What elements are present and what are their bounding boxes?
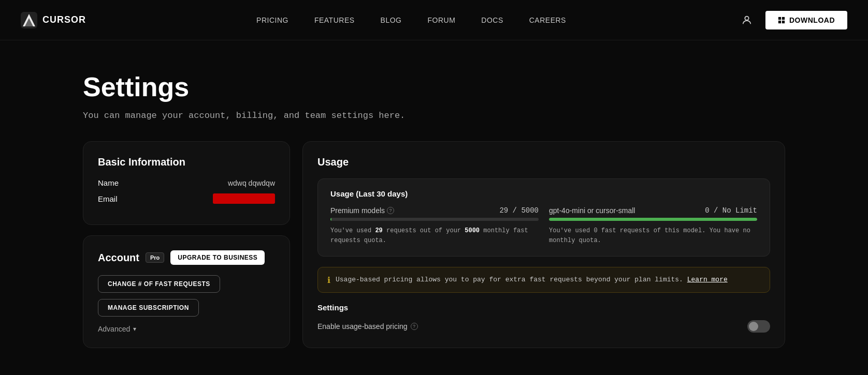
- name-value: wdwq dqwdqw: [228, 179, 275, 187]
- cards-row: Basic Information Name wdwq dqwdqw Email…: [83, 141, 785, 348]
- nav-pricing[interactable]: PRICING: [256, 16, 288, 24]
- nav-features[interactable]: FEATURES: [314, 16, 355, 24]
- svg-point-3: [745, 16, 748, 20]
- gpt-progress-bg: [549, 218, 757, 221]
- advanced-label: Advanced: [98, 325, 130, 333]
- left-panel: Basic Information Name wdwq dqwdqw Email…: [83, 141, 290, 348]
- info-circle-icon: ℹ: [327, 275, 330, 285]
- enable-usage-row: Enable usage-based pricing ?: [317, 320, 770, 333]
- enable-usage-help-icon[interactable]: ?: [411, 323, 418, 330]
- info-banner: ℹ Usage-based pricing allows you to pay …: [317, 267, 770, 293]
- usage-box-title: Usage (Last 30 days): [330, 189, 757, 198]
- usage-title: Usage: [317, 156, 770, 168]
- nav-forum[interactable]: FORUM: [427, 16, 455, 24]
- page-title: Settings: [83, 71, 785, 102]
- email-label: Email: [98, 194, 118, 203]
- usage-grid: Premium models ? 29 / 5000 You've used 2…: [330, 206, 757, 246]
- logo-text: CURSOR: [42, 14, 86, 25]
- nav-links: PRICING FEATURES BLOG FORUM DOCS CAREERS: [256, 16, 566, 24]
- gpt-desc: You've used 0 fast requests of this mode…: [549, 226, 757, 246]
- email-value: ••••••••••••••••••••••: [213, 193, 275, 204]
- usage-panel: Usage Usage (Last 30 days) Premium model…: [302, 141, 785, 348]
- user-icon: [741, 14, 753, 26]
- svg-rect-7: [782, 20, 785, 23]
- name-row: Name wdwq dqwdqw: [98, 178, 275, 187]
- advanced-section[interactable]: Advanced ▾: [98, 325, 275, 333]
- gpt-header: gpt-4o-mini or cursor-small 0 / No Limit: [549, 206, 757, 215]
- user-account-button[interactable]: [736, 10, 757, 31]
- svg-rect-4: [778, 17, 781, 19]
- enable-usage-label: Enable usage-based pricing ?: [317, 322, 418, 331]
- usage-settings-section: Settings Enable usage-based pricing ?: [317, 303, 770, 333]
- gpt-usage-col: gpt-4o-mini or cursor-small 0 / No Limit…: [549, 206, 757, 246]
- usage-box: Usage (Last 30 days) Premium models ? 29…: [317, 178, 770, 257]
- email-row: Email ••••••••••••••••••••••: [98, 193, 275, 204]
- enable-usage-toggle[interactable]: [747, 320, 770, 333]
- premium-usage-col: Premium models ? 29 / 5000 You've used 2…: [330, 206, 539, 246]
- logo[interactable]: CURSOR: [21, 12, 86, 28]
- windows-icon: [778, 17, 785, 24]
- nav-blog[interactable]: BLOG: [381, 16, 402, 24]
- navbar: CURSOR PRICING FEATURES BLOG FORUM DOCS …: [0, 0, 868, 40]
- main-content: Settings You can manage your account, bi…: [0, 40, 868, 375]
- svg-rect-6: [778, 20, 781, 23]
- settings-section-title: Settings: [317, 303, 770, 312]
- account-title: Account: [98, 252, 139, 264]
- learn-more-link[interactable]: Learn more: [687, 276, 728, 283]
- premium-help-icon[interactable]: ?: [387, 207, 394, 214]
- svg-rect-5: [782, 17, 785, 19]
- account-header: Account Pro UPGRADE TO BUSINESS: [98, 250, 275, 265]
- nav-right: DOWNLOAD: [736, 10, 847, 31]
- page-subtitle: You can manage your account, billing, an…: [83, 111, 785, 121]
- nav-careers[interactable]: CAREERS: [529, 16, 566, 24]
- logo-icon: [21, 12, 37, 28]
- premium-label: Premium models ?: [330, 206, 394, 215]
- basic-info-card: Basic Information Name wdwq dqwdqw Email…: [83, 141, 290, 225]
- premium-header: Premium models ? 29 / 5000: [330, 206, 539, 215]
- manage-subscription-button[interactable]: MANAGE SUBSCRIPTION: [98, 299, 199, 317]
- download-button[interactable]: DOWNLOAD: [765, 11, 847, 29]
- basic-info-title: Basic Information: [98, 156, 275, 168]
- premium-progress-fill: [330, 218, 331, 221]
- change-fast-requests-button[interactable]: CHANGE # OF FAST REQUESTS: [98, 275, 220, 293]
- pro-badge: Pro: [146, 252, 164, 263]
- gpt-count: 0 / No Limit: [705, 206, 757, 215]
- gpt-progress-fill: [549, 218, 757, 221]
- gpt-label: gpt-4o-mini or cursor-small: [549, 206, 635, 215]
- name-label: Name: [98, 178, 119, 187]
- premium-progress-bg: [330, 218, 539, 221]
- premium-desc: You've used 29 requests out of your 5000…: [330, 226, 539, 246]
- premium-count: 29 / 5000: [499, 206, 539, 215]
- account-card: Account Pro UPGRADE TO BUSINESS CHANGE #…: [83, 235, 290, 348]
- info-banner-text: Usage-based pricing allows you to pay fo…: [336, 275, 728, 285]
- download-label: DOWNLOAD: [789, 16, 835, 24]
- upgrade-to-business-button[interactable]: UPGRADE TO BUSINESS: [170, 250, 265, 265]
- chevron-down-icon: ▾: [133, 325, 136, 333]
- nav-docs[interactable]: DOCS: [481, 16, 503, 24]
